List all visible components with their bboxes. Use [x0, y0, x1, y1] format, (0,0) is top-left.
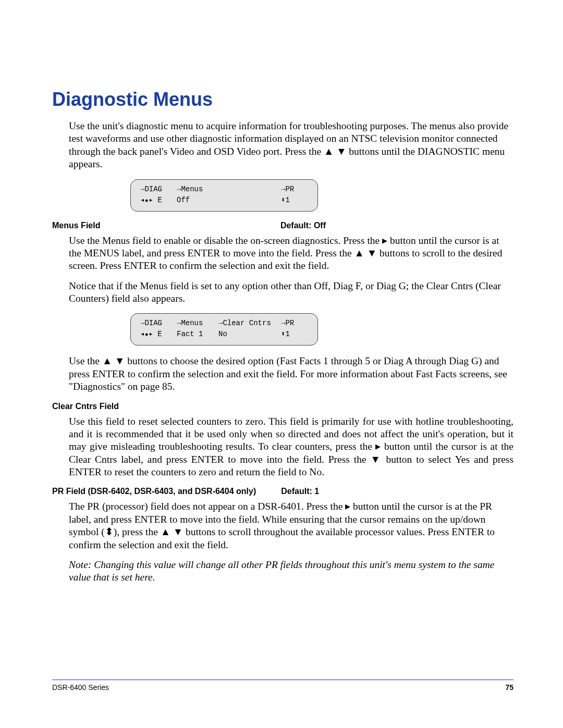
menus-field-label: Menus Field — [52, 221, 100, 230]
pr-field-section: PR Field (DSR-6402, DSR-6403, and DSR-64… — [52, 487, 513, 584]
footer-page-number: 75 — [505, 683, 513, 692]
pr-field-default: Default: 1 — [281, 487, 319, 496]
menus-field-p2: Notice that if the Menus field is set to… — [69, 280, 513, 305]
pr-field-header: PR Field (DSR-6402, DSR-6403, and DSR-64… — [52, 487, 513, 496]
lcd1-r2c4: ⬍1 — [281, 195, 308, 206]
menus-field-default: Default: Off — [280, 221, 513, 230]
after-lcd2-paragraph: Use the ▲ ▼ buttons to choose the desire… — [69, 355, 513, 393]
menus-field-p1: Use the Menus field to enable or disable… — [69, 235, 513, 273]
clear-cntrs-section: Clear Cntrs Field Use this field to rese… — [52, 402, 513, 479]
lcd1-r2c2: Off — [177, 195, 281, 206]
pr-field-note: Note: Changing this value will change al… — [69, 559, 513, 584]
clear-cntrs-header: Clear Cntrs Field — [52, 402, 513, 411]
menus-field-header: Menus Field Default: Off — [52, 221, 513, 230]
menus-field-section: Menus Field Default: Off Use the Menus f… — [52, 221, 513, 305]
lcd2-r1c2: →Menus — [177, 318, 218, 329]
footer-series: DSR-6400 Series — [52, 683, 505, 692]
lcd1-r1c4: →PR — [281, 184, 308, 195]
pr-field-p1: The PR (processor) field does not appear… — [69, 500, 513, 551]
lcd1-r1c1: →DIAG — [140, 184, 177, 195]
lcd-display-1: →DIAG →Menus →PR ◂⬥▸ E Off ⬍1 — [130, 179, 513, 212]
lcd2-r2c3: No — [218, 329, 281, 340]
clear-cntrs-p1: Use this field to reset selected counter… — [69, 415, 513, 479]
intro-paragraph: Use the unit's diagnostic menu to acquir… — [69, 120, 513, 171]
lcd2-r2c1: ◂⬥▸ E — [140, 329, 177, 340]
pr-field-label: PR Field (DSR-6402, DSR-6403, and DSR-64… — [52, 487, 256, 496]
lcd1-r1c2: →Menus — [177, 184, 281, 195]
lcd2-r2c2: Fact 1 — [177, 329, 218, 340]
lcd1-r2c1: ◂⬥▸ E — [140, 195, 177, 206]
lcd-display-2: →DIAG →Menus →Clear Cntrs →PR ◂⬥▸ E Fact… — [130, 313, 513, 346]
lcd2-r1c4: →PR — [281, 318, 308, 329]
page: Diagnostic Menus Use the unit's diagnost… — [0, 0, 563, 728]
page-footer: DSR-6400 Series 75 — [52, 680, 513, 692]
lcd-screen: →DIAG →Menus →Clear Cntrs →PR ◂⬥▸ E Fact… — [130, 313, 318, 346]
lcd2-r1c1: →DIAG — [140, 318, 177, 329]
clear-cntrs-label: Clear Cntrs Field — [52, 402, 119, 411]
lcd2-r2c4: ⬍1 — [281, 329, 308, 340]
page-title: Diagnostic Menus — [52, 89, 513, 110]
lcd-screen: →DIAG →Menus →PR ◂⬥▸ E Off ⬍1 — [130, 179, 318, 212]
lcd2-r1c3: →Clear Cntrs — [218, 318, 281, 329]
